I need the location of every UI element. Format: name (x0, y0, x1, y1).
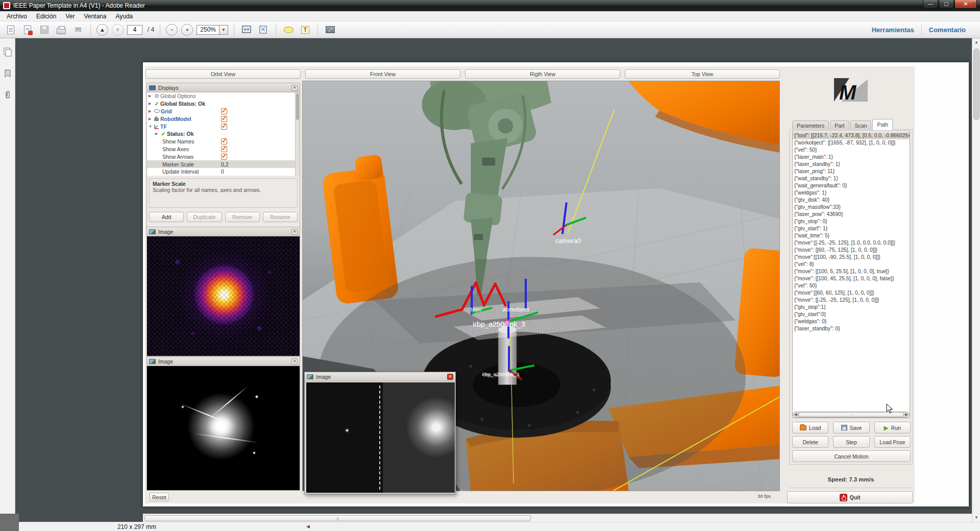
rename-button[interactable]: Rename (263, 212, 298, 222)
path-command-item[interactable]: {"laser_standby": 1} (793, 161, 910, 168)
view-tab[interactable]: Rigth View (465, 69, 620, 79)
image-panel-header[interactable]: Image ✕ (147, 357, 300, 366)
menu-item[interactable]: Ventana (79, 12, 111, 21)
close-icon[interactable]: ✕ (291, 229, 298, 235)
marker-scale-value[interactable]: 0,2 (221, 161, 229, 167)
path-command-item[interactable]: {"workobject": [[1655, -87, 932], [1, 0,… (793, 139, 910, 147)
path-command-item[interactable]: {"vel": 8} (793, 261, 910, 268)
menu-item[interactable]: Edición (32, 12, 61, 21)
horizontal-scrollbar[interactable]: ⁝⁝ (143, 514, 972, 522)
expand-icon[interactable]: ▶ (155, 132, 160, 136)
fit-page-button[interactable] (257, 23, 270, 36)
path-command-item[interactable]: {"wait_standby": 1} (793, 175, 910, 182)
menu-item[interactable]: Ver (61, 12, 79, 21)
robotmodel-checkbox[interactable] (221, 116, 227, 122)
minimize-button[interactable]: — (923, 0, 938, 9)
path-command-item[interactable]: {"vel": 50} (793, 147, 910, 154)
path-command-item[interactable]: {"move": [[100, 5, 25.5], [1, 0, 0, 0], … (793, 268, 910, 275)
collapse-icon[interactable]: ▼ (149, 125, 153, 128)
highlight-text-button[interactable]: T (299, 23, 312, 36)
path-command-item[interactable]: {"gtv_stop":1} (793, 304, 910, 311)
expand-icon[interactable]: ▶ (149, 117, 153, 121)
path-command-item[interactable]: {"gtv_massflow":33} (793, 204, 910, 211)
path-command-item[interactable]: {"gtv_disk": 40} (793, 197, 910, 204)
open-button[interactable] (4, 23, 17, 36)
path-command-item[interactable]: {"move":[[60, 60, 125], [1, 0, 0, 0]]} (793, 289, 910, 297)
close-icon[interactable]: ✕ (291, 85, 298, 91)
expand-icon[interactable]: ▶ (149, 109, 153, 113)
scroll-right-icon[interactable]: ▶ (904, 413, 909, 417)
scroll-down-icon[interactable]: ▼ (972, 514, 980, 522)
tools-link[interactable]: Herramientas (865, 26, 921, 34)
scroll-left-icon[interactable]: ◀ (306, 524, 310, 529)
zoom-in-button[interactable]: + (181, 24, 193, 36)
path-command-item[interactable]: {"laser_standby": 0} (793, 325, 910, 332)
close-icon[interactable]: ✕ (447, 374, 453, 380)
sticky-note-button[interactable] (282, 23, 295, 36)
vertical-scrollbar[interactable]: ▲ ▼ (972, 38, 980, 522)
tree-scrollbar[interactable] (295, 92, 300, 176)
restore-button[interactable]: ▢ (939, 0, 954, 9)
print-button[interactable] (55, 23, 68, 36)
path-command-item[interactable]: {"tool": [[215.7, -22.4, 473.8], [0.5, 0… (793, 132, 910, 139)
path-command-item[interactable]: {"laser_pow": 43690} (793, 211, 910, 218)
fit-width-button[interactable] (240, 23, 253, 36)
path-command-item[interactable]: {"wait_time": 5} (793, 232, 910, 239)
path-command-item[interactable]: {"wait_generalfault": 0} (793, 182, 910, 189)
path-command-item[interactable]: {"laser_prog": 11} (793, 168, 910, 175)
update-interval-value[interactable]: 0 (221, 168, 224, 175)
grid-checkbox[interactable] (221, 108, 227, 114)
path-command-item[interactable]: {"weldgas": 1} (793, 189, 910, 197)
zoom-dropdown-button[interactable]: ▼ (219, 25, 228, 35)
reset-button[interactable]: Reset (150, 493, 169, 501)
add-button[interactable]: Add (149, 212, 184, 222)
tree-row-update-interval[interactable]: Update Interval 0 (147, 168, 300, 176)
show-names-checkbox[interactable] (221, 138, 227, 144)
path-command-item[interactable]: {"weldgas": 0} (793, 318, 910, 325)
tree-row-tf[interactable]: ▼ TF (147, 123, 300, 130)
path-command-item[interactable]: {"gtv_stop": 0} (793, 218, 910, 225)
show-axes-checkbox[interactable] (221, 146, 227, 152)
path-command-item[interactable]: {"move": [[-25, -25, 125], [1, 0, 0, 0]]… (793, 297, 910, 304)
next-page-button[interactable]: ▼ (112, 24, 124, 36)
tree-row-global-options[interactable]: ▶⚙ Global Options (147, 92, 300, 100)
expand-icon[interactable]: ▶ (149, 102, 153, 106)
tf-checkbox[interactable] (221, 124, 227, 130)
path-command-item[interactable]: {"move":[[100, -90, 25.5], [1, 0, 0, 0]]… (793, 254, 910, 261)
show-arrows-checkbox[interactable] (221, 154, 227, 160)
delete-button[interactable]: Delete (792, 436, 828, 448)
save-path-button[interactable]: Save (833, 422, 869, 433)
quit-button[interactable]: Quit (787, 491, 913, 503)
duplicate-button[interactable]: Duplicate (187, 212, 222, 222)
view-tab[interactable]: Orbit View (145, 69, 301, 79)
tree-row-marker-scale[interactable]: Marker Scale 0,2 (147, 160, 300, 168)
path-command-list[interactable]: {"tool": [[215.7, -22.4, 473.8], [0.5, 0… (792, 131, 910, 418)
page-number-input[interactable] (127, 25, 142, 35)
load-button[interactable]: Load (792, 422, 828, 433)
path-command-item[interactable]: {"move":[[-25, -25, 125], [1.0, 0.0, 0.0… (793, 239, 910, 247)
comment-link[interactable]: Comentario (922, 26, 973, 34)
view-tab[interactable]: Front View (305, 69, 460, 79)
scroll-left-icon[interactable]: ◀ (793, 413, 798, 417)
control-tab[interactable]: Path (872, 119, 893, 130)
menu-item[interactable]: Archivo (2, 12, 32, 21)
path-command-item[interactable]: {"move": [[60, -75, 125], [1, 0, 0, 0]]} (793, 247, 910, 254)
email-button[interactable]: ✉ (71, 23, 85, 36)
close-icon[interactable]: ✕ (291, 358, 298, 365)
path-command-item[interactable]: {"gtv_start":0} (793, 311, 910, 318)
menu-item[interactable]: Ayuda (111, 12, 137, 21)
cancel-motion-button[interactable]: Cancel Motion (792, 450, 911, 462)
expand-icon[interactable]: ▶ (149, 94, 153, 98)
remove-button[interactable]: Remove (225, 212, 260, 222)
path-command-item[interactable]: {"laser_main": 1} (793, 154, 910, 161)
tree-row-show-arrows[interactable]: Show Arrows (147, 153, 300, 160)
bookmarks-button[interactable] (0, 66, 15, 81)
scroll-up-icon[interactable]: ▲ (972, 38, 980, 46)
scrollbar-thumb[interactable]: ⁝⁝ (144, 515, 531, 521)
zoom-out-button[interactable]: − (166, 24, 178, 36)
step-button[interactable]: Step (833, 436, 869, 448)
load-pose-button[interactable]: Load Pose (874, 436, 911, 448)
path-command-item[interactable]: {"move": [[100, 45, 25.5], [1, 0, 0, 0],… (793, 275, 910, 282)
view-tab[interactable]: Top View (625, 69, 780, 79)
image-panel-header[interactable]: Image ✕ (147, 227, 300, 236)
